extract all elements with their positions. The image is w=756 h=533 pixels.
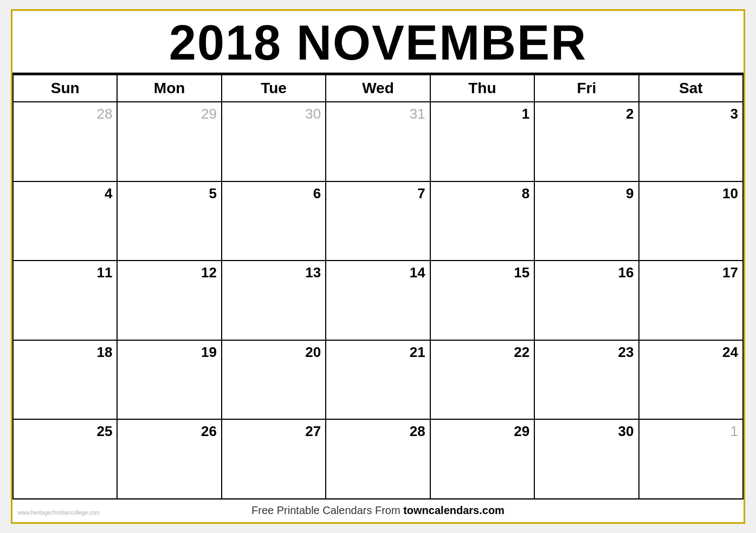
calendar-day: 2	[534, 102, 638, 181]
calendar-day: 29	[117, 102, 221, 181]
calendar-day: 20	[222, 340, 326, 420]
calendar-day: 8	[430, 181, 534, 261]
calendar-day: 26	[117, 419, 221, 499]
calendar-day: 5	[117, 181, 221, 261]
calendar-page: 2018 NOVEMBER SunMonTueWedThuFriSat 2829…	[11, 9, 745, 524]
calendar-day: 19	[117, 340, 221, 420]
calendar-day: 4	[13, 181, 117, 261]
calendar-day: 29	[430, 419, 534, 499]
calendar-day: 17	[639, 261, 743, 340]
calendar-day: 1	[430, 102, 534, 181]
calendar-day: 11	[13, 261, 117, 340]
calendar-week-1: 28293031123	[13, 102, 743, 181]
footer-brand: towncalendars.com	[403, 504, 505, 516]
calendar-day: 16	[534, 261, 638, 340]
calendar-table: SunMonTueWedThuFriSat 282930311234567891…	[12, 74, 744, 499]
calendar-week-2: 45678910	[13, 181, 743, 261]
day-header-sun: Sun	[13, 75, 117, 102]
calendar-day: 9	[534, 181, 638, 261]
calendar-title: 2018 NOVEMBER	[12, 11, 744, 74]
day-header-fri: Fri	[534, 75, 638, 102]
calendar-day: 31	[326, 102, 430, 181]
calendar-day: 1	[639, 419, 743, 499]
day-header-mon: Mon	[117, 75, 221, 102]
day-header-wed: Wed	[326, 75, 430, 102]
calendar-day: 30	[534, 419, 638, 499]
calendar-day: 14	[326, 261, 430, 340]
watermark: www.heritagechristiancollege.com	[18, 510, 100, 516]
calendar-day: 10	[639, 181, 743, 261]
calendar-day: 21	[326, 340, 430, 420]
day-header-tue: Tue	[222, 75, 326, 102]
calendar-day: 13	[222, 261, 326, 340]
calendar-day: 3	[639, 102, 743, 181]
calendar-day: 28	[326, 419, 430, 499]
calendar-day: 27	[222, 419, 326, 499]
calendar-day: 28	[13, 102, 117, 181]
calendar-day: 25	[13, 419, 117, 499]
calendar-day: 24	[639, 340, 743, 420]
calendar-day: 30	[222, 102, 326, 181]
calendar-day: 12	[117, 261, 221, 340]
day-header-thu: Thu	[430, 75, 534, 102]
calendar-week-3: 11121314151617	[13, 261, 743, 340]
calendar-day: 22	[430, 340, 534, 420]
footer-text: Free Printable Calendars From	[251, 504, 403, 516]
calendar-week-4: 18192021222324	[13, 340, 743, 420]
calendar-day: 15	[430, 261, 534, 340]
calendar-week-5: 2526272829301	[13, 419, 743, 499]
calendar-day: 7	[326, 181, 430, 261]
calendar-day: 6	[222, 181, 326, 261]
calendar-day: 18	[13, 340, 117, 420]
days-header-row: SunMonTueWedThuFriSat	[13, 75, 743, 102]
footer: Free Printable Calendars From towncalend…	[12, 499, 744, 522]
day-header-sat: Sat	[639, 75, 743, 102]
calendar-day: 23	[534, 340, 638, 420]
